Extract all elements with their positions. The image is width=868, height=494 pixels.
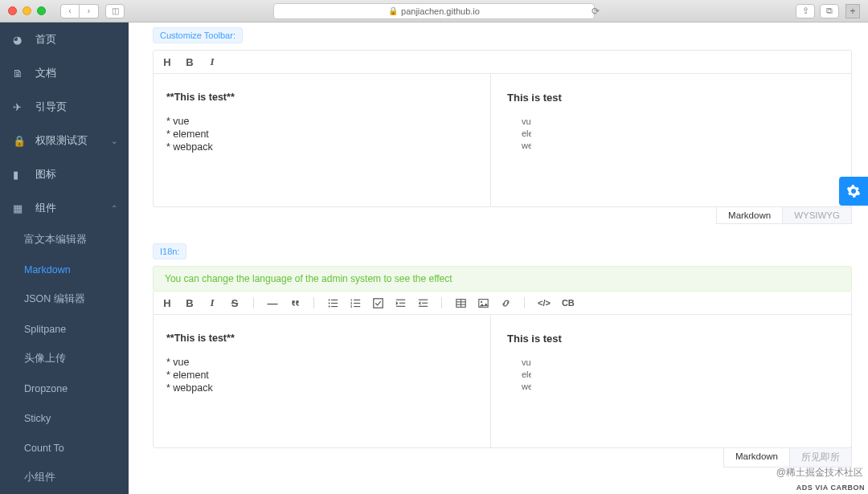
ads-label: ADS VIA CARBON [796,484,865,492]
svg-rect-17 [421,302,427,303]
tab-wysiwyg-2[interactable]: 所见即所 [790,447,852,467]
section-tag-customize: Customize Toolbar: [153,27,243,43]
tab-markdown-2[interactable]: Markdown [723,447,790,467]
chevron-up-icon: ⌃ [111,204,117,213]
tab-wysiwyg[interactable]: WYSIWYG [783,206,852,224]
svg-point-2 [328,302,330,304]
browser-titlebar: ‹ › ◫ 🔒 panjiachen.github.io ⟳ ⇪ ⧉ + [0,0,868,22]
svg-rect-3 [331,302,338,303]
sidebar-subitem-markdown[interactable]: Markdown [0,255,129,284]
editor-mode-tabs-2: Markdown 所见即所 [153,447,852,467]
svg-point-24 [481,300,482,302]
back-button[interactable]: ‹ [60,4,80,18]
sidebar-item-icons[interactable]: ▮ 图标 [0,157,129,191]
sidebar-subitem-json[interactable]: JSON 编辑器 [0,284,129,314]
markdown-source-pane-2[interactable]: **This is test** * vue * element * webpa… [154,315,491,447]
sidebar-item-permission[interactable]: 🔒 权限测试页 ⌄ [0,124,129,157]
forward-button[interactable]: › [80,4,99,18]
lock-icon: 🔒 [13,135,24,147]
heading-button[interactable]: H [162,297,173,309]
svg-rect-16 [418,299,427,300]
hr-button[interactable]: — [267,297,278,309]
italic-button[interactable]: I [207,55,218,68]
sidebar-item-doc[interactable]: 🗎 文档 [0,56,129,90]
window-controls [8,6,46,15]
share-button[interactable]: ⇪ [796,4,815,18]
sidebar-item-components[interactable]: ▦ 组件 ⌃ [0,191,129,225]
sidebar-item-label: 引导页 [35,100,67,114]
svg-rect-7 [354,299,360,300]
watermark: @稀土掘金技术社区 [776,466,863,480]
sidebar-item-home[interactable]: ◕ 首页 [0,22,129,56]
svg-rect-9 [354,302,360,303]
url-text: panjiachen.github.io [401,6,480,16]
tab-markdown[interactable]: Markdown [716,206,783,224]
svg-rect-18 [418,305,427,306]
lock-icon: 🔒 [388,6,398,15]
sidebar-subitem-avatar[interactable]: 头像上传 [0,344,129,374]
minimize-window-icon[interactable] [23,6,31,15]
svg-point-4 [328,305,330,307]
sidebar-subitem-sticky[interactable]: Sticky [0,403,129,433]
editor-toolbar-1: H B I [154,51,851,74]
markdown-source-pane[interactable]: **This is test** * vue * element * webpa… [154,74,491,206]
toolbar-separator [524,297,525,308]
tabs-button[interactable]: ⧉ [820,4,839,18]
editor-card-1: H B I **This is test** * vue * element *… [153,50,852,207]
refresh-button[interactable]: ⟳ [592,6,600,17]
svg-rect-13 [395,299,404,300]
indent-button[interactable] [395,298,406,308]
gear-icon [846,184,861,198]
sidebar-subitem-mixin[interactable]: 小组件 [0,463,129,492]
guide-icon: ✈ [13,101,24,113]
content-area: Customize Toolbar: H B I **This is test*… [129,22,868,494]
svg-rect-5 [331,305,338,306]
sidebar-subitem-splitpane[interactable]: Splitpane [0,314,129,344]
document-icon: 🗎 [13,67,24,80]
svg-rect-11 [354,305,360,306]
svg-point-0 [328,299,330,300]
sidebar-item-guide[interactable]: ✈ 引导页 [0,90,129,124]
editor-toolbar-2: H B I S — 123 [154,292,851,315]
strike-button[interactable]: S [229,297,240,309]
bold-button[interactable]: B [184,297,195,309]
heading-button[interactable]: H [162,56,173,68]
outdent-button[interactable] [417,298,428,308]
svg-text:3: 3 [350,304,353,308]
section-tag-i18n: I18n: [153,243,186,259]
svg-rect-12 [373,298,382,307]
maximize-window-icon[interactable] [37,6,46,15]
sidebar: ◕ 首页 🗎 文档 ✈ 引导页 🔒 权限测试页 ⌄ ▮ 图标 ▦ 组件 ⌃ 富文… [0,22,129,494]
icons-icon: ▮ [13,169,24,181]
close-window-icon[interactable] [8,6,17,15]
sidebar-subitem-dropzone[interactable]: Dropzone [0,374,129,403]
toolbar-separator [313,297,314,308]
sidebar-subitem-countto[interactable]: Count To [0,433,129,463]
sidebar-toggle-button[interactable]: ◫ [105,4,125,18]
ol-button[interactable]: 123 [350,298,361,308]
editor-card-2: H B I S — 123 [153,292,852,448]
task-button[interactable] [372,298,383,308]
sidebar-item-label: 图标 [35,167,56,182]
dashboard-icon: ◕ [13,34,24,46]
bold-button[interactable]: B [184,56,195,68]
chevron-down-icon: ⌄ [111,137,117,145]
table-button[interactable] [455,298,466,308]
markdown-preview-pane: This is test vue element webpack [491,74,851,206]
italic-button[interactable]: I [207,296,218,309]
sidebar-subitem-richtext[interactable]: 富文本编辑器 [0,225,129,255]
image-button[interactable] [477,298,489,308]
sidebar-item-label: 文档 [35,66,56,80]
url-bar[interactable]: 🔒 panjiachen.github.io [273,3,595,19]
new-tab-button[interactable]: + [845,4,860,18]
codeblock-button[interactable]: CB [562,298,575,308]
component-icon: ▦ [13,202,24,214]
code-button[interactable]: </> [538,298,551,308]
settings-fab[interactable] [839,177,868,206]
link-button[interactable] [500,298,511,308]
quote-button[interactable] [289,298,301,308]
sidebar-item-label: 组件 [35,201,56,215]
svg-rect-14 [399,302,404,303]
ul-button[interactable] [327,298,338,308]
sidebar-item-label: 首页 [35,32,56,47]
